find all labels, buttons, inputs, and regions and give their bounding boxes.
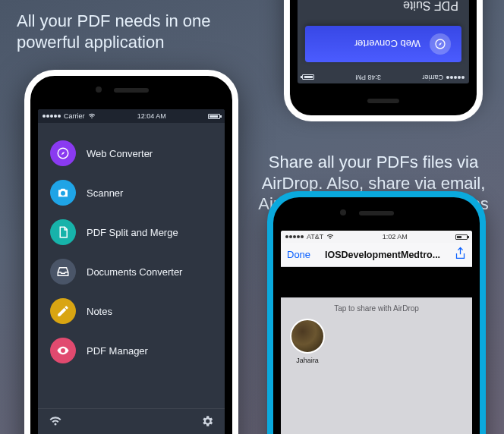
menu-row[interactable]: PDF Manager bbox=[38, 331, 225, 370]
menu-row[interactable]: Scanner bbox=[38, 173, 225, 212]
done-button[interactable]: Done bbox=[287, 249, 310, 260]
battery-icon bbox=[302, 75, 314, 80]
document-preview-strip bbox=[281, 267, 472, 297]
inbox-icon bbox=[50, 259, 76, 285]
airdrop-contact[interactable]: Jahaira bbox=[290, 319, 325, 364]
section-title: PDF Suite bbox=[298, 0, 469, 26]
phone-bottom-right-frame: AT&T 1:02 AM Done IOSDevelopmentMedtro..… bbox=[267, 191, 486, 434]
status-bar: AT&T 1:02 AM bbox=[281, 231, 472, 243]
clock-label: 3:48 PM bbox=[355, 74, 381, 81]
document-icon bbox=[50, 219, 76, 245]
compass-icon bbox=[430, 33, 451, 55]
status-bar: Carrier 12:04 AM bbox=[38, 109, 225, 123]
menu-row-label: PDF Split and Merge bbox=[87, 227, 178, 238]
pencil-icon bbox=[50, 298, 76, 324]
phone-camera-dot bbox=[96, 86, 102, 93]
menu-row[interactable]: Notes bbox=[38, 291, 225, 331]
phone-top-right-frame: Carrier 3:48 PM Web Converter PDF Suite bbox=[284, 0, 483, 121]
headline-left: All your PDF needs in one powerful appli… bbox=[17, 11, 244, 52]
menu-row[interactable]: Web Converter bbox=[38, 134, 225, 173]
wifi-icon bbox=[326, 234, 334, 240]
phone-bottom-right-screen: AT&T 1:02 AM Done IOSDevelopmentMedtro..… bbox=[281, 231, 472, 434]
phone-camera-dot bbox=[340, 209, 346, 215]
carrier-label: AT&T bbox=[307, 233, 323, 241]
menu-row-label: Web Converter bbox=[354, 39, 421, 50]
nav-title: IOSDevelopmentMedtro... bbox=[325, 250, 440, 260]
bottom-toolbar bbox=[38, 408, 225, 434]
avatar bbox=[290, 319, 325, 354]
battery-icon bbox=[455, 234, 468, 240]
battery-icon bbox=[208, 114, 220, 119]
settings-icon[interactable] bbox=[200, 414, 214, 431]
compass-icon bbox=[50, 140, 76, 166]
signal-icon bbox=[43, 115, 61, 118]
camera-icon bbox=[50, 180, 76, 206]
main-menu: Web ConverterScannerPDF Split and MergeD… bbox=[38, 123, 225, 408]
phone-speaker bbox=[359, 211, 394, 215]
carrier-label: Carrier bbox=[422, 74, 443, 81]
phone-left-frame: Carrier 12:04 AM Web ConverterScannerPDF… bbox=[24, 70, 238, 434]
signal-icon bbox=[446, 76, 465, 79]
menu-row-label: Notes bbox=[87, 306, 112, 317]
menu-row[interactable]: PDF Split and Merge bbox=[38, 212, 225, 252]
eye-icon bbox=[50, 338, 76, 363]
menu-row-label: Web Converter bbox=[87, 148, 153, 159]
menu-row[interactable]: Documents Converter bbox=[38, 252, 225, 291]
airdrop-share-sheet: Tap to share with AirDrop Jahaira bbox=[281, 297, 472, 434]
share-icon[interactable] bbox=[455, 247, 466, 263]
carrier-label: Carrier bbox=[64, 112, 85, 120]
phone-top-right-screen: Carrier 3:48 PM Web Converter PDF Suite bbox=[298, 0, 469, 83]
signal-icon bbox=[285, 235, 304, 238]
phone-speaker bbox=[114, 88, 149, 93]
status-bar: Carrier 3:48 PM bbox=[298, 71, 469, 83]
contact-name-label: Jahaira bbox=[296, 357, 319, 364]
wifi-toolbar-icon[interactable] bbox=[49, 416, 62, 429]
clock-label: 12:04 AM bbox=[137, 112, 166, 120]
phone-left-screen: Carrier 12:04 AM Web ConverterScannerPDF… bbox=[38, 109, 225, 434]
menu-row-label: PDF Manager bbox=[87, 345, 148, 357]
menu-row-label: Documents Converter bbox=[87, 266, 182, 278]
clock-label: 1:02 AM bbox=[383, 233, 408, 241]
wifi-icon bbox=[88, 113, 96, 119]
menu-row-label: Scanner bbox=[87, 187, 123, 199]
airdrop-hint-label: Tap to share with AirDrop bbox=[334, 304, 419, 313]
menu-row-selected[interactable]: Web Converter bbox=[305, 26, 461, 62]
nav-bar: Done IOSDevelopmentMedtro... bbox=[281, 243, 472, 267]
phone-speaker bbox=[367, 99, 399, 103]
